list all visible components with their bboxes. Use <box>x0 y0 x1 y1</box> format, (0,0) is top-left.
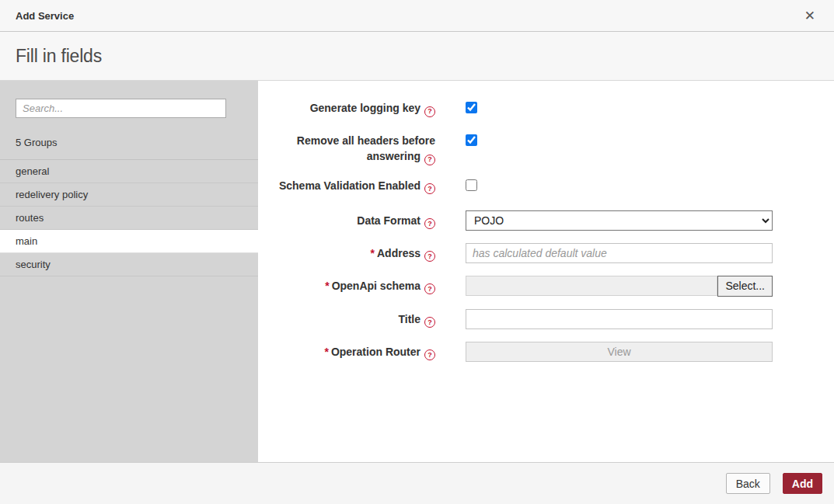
field-control <box>466 309 773 329</box>
required-marker: * <box>324 346 328 358</box>
add-service-dialog: Add Service ✕ Fill in fields 5 Groups ge… <box>0 0 834 504</box>
field-label-wrap: Schema Validation Enabled? <box>258 178 435 195</box>
dialog-footer: Back Add <box>0 462 834 504</box>
field-control: Select... <box>466 276 773 297</box>
field-control <box>466 133 773 149</box>
field-label-wrap: *Address? <box>258 243 435 262</box>
back-button[interactable]: Back <box>726 473 770 494</box>
form-panel: Generate logging key? Remove all headers… <box>258 81 834 462</box>
page-title: Fill in fields <box>16 46 102 67</box>
form-row-schema-validation: Schema Validation Enabled? <box>258 178 834 198</box>
data-format-select[interactable]: POJO <box>466 210 773 231</box>
dialog-title: Add Service <box>16 10 74 22</box>
help-icon[interactable]: ? <box>424 349 435 360</box>
field-label: Title <box>398 313 420 325</box>
field-control <box>466 243 773 263</box>
field-label-wrap: *Operation Router? <box>258 342 435 361</box>
help-icon[interactable]: ? <box>424 183 435 194</box>
sidebar-item-general[interactable]: general <box>0 160 258 183</box>
sidebar-item-security[interactable]: security <box>0 253 258 276</box>
field-label: Address <box>377 247 420 259</box>
field-label-wrap: Remove all headers before answering? <box>258 133 435 165</box>
title-input[interactable] <box>466 309 773 329</box>
field-label-wrap: Data Format? <box>258 210 435 230</box>
form-row-remove-all-headers: Remove all headers before answering? <box>258 133 834 165</box>
form-row-generate-logging-key: Generate logging key? <box>258 100 834 120</box>
groups-sidebar: 5 Groups general redelivery policy route… <box>0 81 258 462</box>
field-label: Remove all headers before answering <box>297 134 435 162</box>
help-icon[interactable]: ? <box>424 218 435 229</box>
groups-count-label: 5 Groups <box>0 118 258 159</box>
remove-all-headers-checkbox[interactable] <box>466 134 477 146</box>
search-input[interactable] <box>16 99 226 118</box>
field-label: Operation Router <box>331 346 420 358</box>
form-row-data-format: Data Format? POJO <box>258 210 834 231</box>
required-marker: * <box>371 247 375 259</box>
operation-router-view-button[interactable]: View <box>466 342 773 362</box>
openapi-schema-select-button[interactable]: Select... <box>717 276 773 297</box>
schema-validation-checkbox[interactable] <box>466 179 477 191</box>
search-wrap <box>0 81 258 118</box>
field-label: Schema Validation Enabled <box>279 179 420 192</box>
form-row-address: *Address? <box>258 243 834 263</box>
field-control: View <box>466 342 773 362</box>
dialog-titlebar: Add Service ✕ <box>0 0 834 32</box>
generate-logging-key-checkbox[interactable] <box>466 102 477 113</box>
close-icon[interactable]: ✕ <box>801 6 818 26</box>
field-control: POJO <box>466 210 773 231</box>
dialog-subheader: Fill in fields <box>0 32 834 81</box>
field-control <box>466 100 773 116</box>
form-row-openapi-schema: *OpenApi schema? Select... <box>258 276 834 297</box>
help-icon[interactable]: ? <box>424 283 435 294</box>
openapi-schema-input <box>466 276 717 296</box>
help-icon[interactable]: ? <box>424 155 435 165</box>
field-label: Generate logging key <box>310 102 420 114</box>
required-marker: * <box>325 280 329 292</box>
field-label: OpenApi schema <box>332 280 420 292</box>
sidebar-item-main[interactable]: main <box>0 230 258 253</box>
field-label-wrap: Title? <box>258 309 435 328</box>
address-input[interactable] <box>466 243 773 263</box>
group-list: general redelivery policy routes main se… <box>0 159 258 276</box>
field-label-wrap: *OpenApi schema? <box>258 276 435 295</box>
sidebar-item-redelivery-policy[interactable]: redelivery policy <box>0 183 258 207</box>
dialog-body: 5 Groups general redelivery policy route… <box>0 81 834 462</box>
help-icon[interactable]: ? <box>424 106 435 117</box>
form-row-operation-router: *Operation Router? View <box>258 342 834 362</box>
field-label: Data Format <box>357 214 420 227</box>
field-control <box>466 178 773 194</box>
form-row-title: Title? <box>258 309 834 329</box>
field-label-wrap: Generate logging key? <box>258 100 435 117</box>
help-icon[interactable]: ? <box>424 317 435 328</box>
help-icon[interactable]: ? <box>424 251 435 262</box>
sidebar-item-routes[interactable]: routes <box>0 207 258 230</box>
add-button[interactable]: Add <box>783 473 822 494</box>
